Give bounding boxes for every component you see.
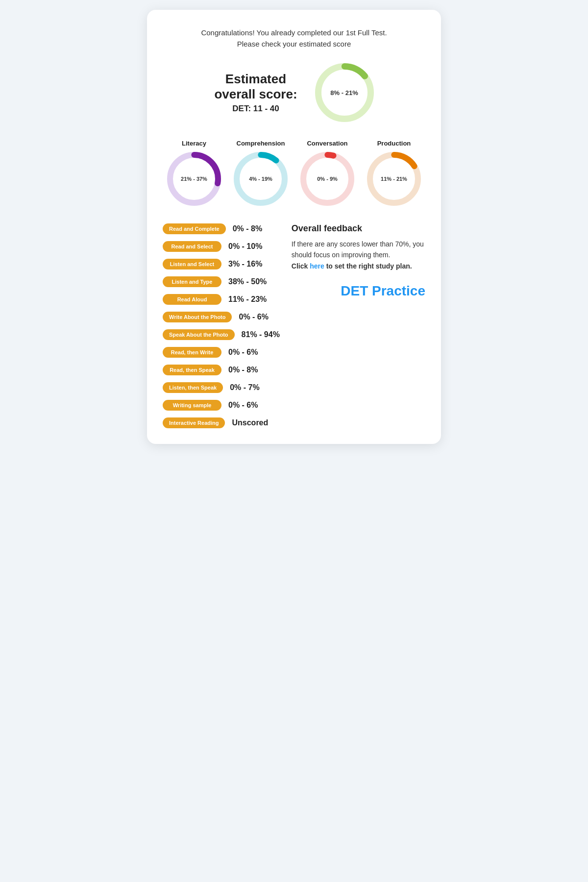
congrats-line1: Congratulations! You already completed o… bbox=[201, 28, 387, 37]
sub-title-2: Conversation bbox=[307, 140, 347, 147]
score-label: Estimated overall score: DET: 11 - 40 bbox=[214, 72, 297, 114]
skill-tag-1[interactable]: Read and Select bbox=[163, 241, 221, 252]
skill-row-11: Interactive ReadingUnscored bbox=[163, 417, 280, 428]
feedback-title: Overall feedback bbox=[292, 223, 425, 234]
congrats-line2: Please check your estimated score bbox=[237, 40, 351, 48]
sub-donut-1: 4% - 19% bbox=[234, 152, 288, 206]
skill-tag-11[interactable]: Interactive Reading bbox=[163, 417, 225, 428]
skill-pct-3: 38% - 50% bbox=[228, 277, 267, 286]
sub-donut-3: 11% - 21% bbox=[367, 152, 421, 206]
sub-score-literacy: Literacy21% - 37% bbox=[163, 140, 225, 206]
main-card: Congratulations! You already completed o… bbox=[147, 10, 441, 444]
skill-row-3: Listen and Type38% - 50% bbox=[163, 276, 280, 287]
skill-tag-4[interactable]: Read Aloud bbox=[163, 294, 221, 305]
sub-scores-row: Literacy21% - 37%Comprehension4% - 19%Co… bbox=[163, 140, 425, 206]
skill-pct-6: 81% - 94% bbox=[242, 330, 280, 339]
overall-score-row: Estimated overall score: DET: 11 - 40 8%… bbox=[163, 63, 425, 122]
feedback-text: If there are any scores lower than 70%, … bbox=[292, 240, 424, 259]
sub-title-0: Literacy bbox=[182, 140, 206, 147]
sub-score-comprehension: Comprehension4% - 19% bbox=[229, 140, 292, 206]
skill-pct-5: 0% - 6% bbox=[239, 313, 268, 321]
skill-pct-11: Unscored bbox=[232, 418, 268, 427]
skill-row-0: Read and Complete0% - 8% bbox=[163, 223, 280, 234]
det-label: DET: 11 - 40 bbox=[214, 104, 297, 114]
skill-tag-8[interactable]: Read, then Speak bbox=[163, 365, 221, 375]
feedback-cta-suffix: to set the right study plan. bbox=[324, 262, 412, 270]
skill-pct-2: 3% - 16% bbox=[228, 260, 262, 269]
skill-pct-1: 0% - 10% bbox=[228, 242, 262, 251]
sub-title-3: Production bbox=[377, 140, 411, 147]
skill-pct-0: 0% - 8% bbox=[233, 224, 262, 233]
skill-tag-3[interactable]: Listen and Type bbox=[163, 276, 221, 287]
skill-row-5: Write About the Photo0% - 6% bbox=[163, 312, 280, 322]
skill-row-1: Read and Select0% - 10% bbox=[163, 241, 280, 252]
skills-list: Read and Complete0% - 8%Read and Select0… bbox=[163, 223, 280, 428]
skill-row-7: Read, then Write0% - 6% bbox=[163, 347, 280, 358]
sub-score-production: Production11% - 21% bbox=[363, 140, 425, 206]
estimated-label: Estimated overall score: bbox=[214, 72, 297, 102]
sub-donut-0: 21% - 37% bbox=[167, 152, 221, 206]
feedback-body: If there are any scores lower than 70%, … bbox=[292, 239, 425, 271]
skill-row-10: Writing sample0% - 6% bbox=[163, 400, 280, 411]
skill-pct-4: 11% - 23% bbox=[228, 295, 267, 304]
skill-pct-9: 0% - 7% bbox=[230, 383, 259, 392]
skill-tag-5[interactable]: Write About the Photo bbox=[163, 312, 232, 322]
overall-donut: 8% - 21% bbox=[315, 63, 374, 122]
congratulations-text: Congratulations! You already completed o… bbox=[163, 27, 425, 49]
skill-row-6: Speak About the Photo81% - 94% bbox=[163, 329, 280, 340]
skill-pct-7: 0% - 6% bbox=[228, 348, 258, 357]
skill-pct-10: 0% - 6% bbox=[228, 401, 258, 410]
skill-row-2: Listen and Select3% - 16% bbox=[163, 259, 280, 270]
skill-row-9: Listen, then Speak0% - 7% bbox=[163, 382, 280, 393]
sub-title-1: Comprehension bbox=[237, 140, 285, 147]
feedback-cta-link[interactable]: here bbox=[310, 262, 324, 270]
skill-row-8: Read, then Speak0% - 8% bbox=[163, 365, 280, 375]
skill-tag-10[interactable]: Writing sample bbox=[163, 400, 221, 411]
feedback-cta-bold: Click here to set the right study plan. bbox=[292, 262, 412, 270]
det-practice-brand: DET Practice bbox=[292, 283, 425, 299]
skill-tag-6[interactable]: Speak About the Photo bbox=[163, 329, 235, 340]
skill-pct-8: 0% - 8% bbox=[228, 366, 258, 374]
sub-donut-2: 0% - 9% bbox=[300, 152, 354, 206]
skill-tag-0[interactable]: Read and Complete bbox=[163, 223, 226, 234]
skill-tag-7[interactable]: Read, then Write bbox=[163, 347, 221, 358]
sub-score-conversation: Conversation0% - 9% bbox=[296, 140, 359, 206]
skills-section: Read and Complete0% - 8%Read and Select0… bbox=[163, 223, 425, 428]
skill-tag-2[interactable]: Listen and Select bbox=[163, 259, 221, 270]
svg-point-6 bbox=[303, 155, 351, 203]
feedback-section: Overall feedback If there are any scores… bbox=[292, 223, 425, 428]
skill-tag-9[interactable]: Listen, then Speak bbox=[163, 382, 223, 393]
skill-row-4: Read Aloud11% - 23% bbox=[163, 294, 280, 305]
